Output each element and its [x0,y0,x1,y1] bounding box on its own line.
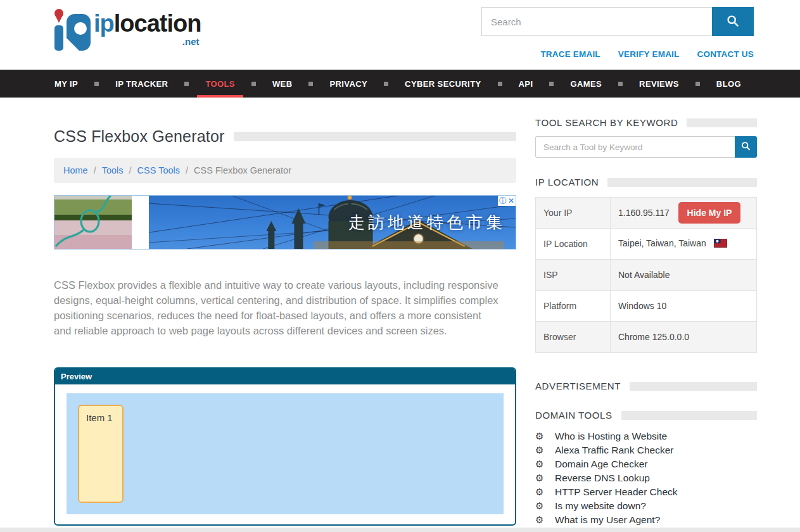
site-logo[interactable]: iplocation .net [51,6,201,70]
preview-header: Preview [55,369,515,384]
breadcrumb-separator: / [129,165,132,175]
domain-tool-link[interactable]: Alexa Traffic Rank Checker [555,445,674,456]
flex-preview-container: Item 1 [67,393,504,514]
logo-wordmark: iplocation .net [94,11,201,46]
row-label: Browser [536,322,611,353]
list-item[interactable]: ⚙ Who is Hosting a Website [535,429,757,443]
logo-location-text: location [114,10,201,37]
logo-ip-text: ip [94,10,114,37]
contact-us-link[interactable]: CONTACT US [697,49,754,59]
ad-left-image [54,196,132,249]
list-item[interactable]: ⚙ Is my website down? [535,499,757,513]
tool-search-input[interactable] [535,136,735,158]
domain-tool-link[interactable]: Reverse DNS Lookup [555,472,650,484]
row-value: Windows 10 [611,291,757,322]
intro-paragraph: CSS Flexbox provides a flexible and intu… [54,277,501,338]
row-value: Taipei, Taiwan, Taiwan [611,229,757,260]
nav-separator [695,82,700,86]
ad-close-icon[interactable]: ✕ [508,196,514,206]
domain-tool-link[interactable]: What is my User Agent? [555,514,660,526]
domain-tool-link[interactable]: Is my website down? [555,500,646,512]
ad-main-image: 走訪地道特色市集 ⓘ ✕ [149,196,516,249]
heading-decoration [630,382,757,391]
heading-decoration [234,132,516,141]
nav-separator [94,82,99,86]
ad-choices: ⓘ ✕ [498,196,516,206]
list-item[interactable]: ⚙ What is my User Agent? [535,513,757,527]
list-item[interactable]: ⚙ Alexa Traffic Rank Checker [535,443,757,457]
nav-separator [251,82,256,86]
list-item[interactable]: ⚙ Reverse DNS Lookup [535,471,757,485]
breadcrumb-separator: / [186,165,188,175]
domain-tool-link[interactable]: Who is Hosting a Website [555,431,667,442]
hide-my-ip-button[interactable]: Hide My IP [678,202,741,224]
row-label: ISP [536,260,611,291]
nav-item-api[interactable]: API [511,70,542,98]
breadcrumb-home[interactable]: Home [63,165,88,175]
breadcrumb-css-tools[interactable]: CSS Tools [137,165,180,175]
advertisement-heading-text: ADVERTISEMENT [535,381,621,391]
breadcrumb-tools[interactable]: Tools [102,165,124,175]
list-item[interactable]: ⚙ Domain Age Checker [535,457,757,471]
gear-icon: ⚙ [535,445,555,456]
nav-separator [618,82,623,86]
ip-location-value: Taipei, Taiwan, Taiwan [618,238,706,248]
tool-search-button[interactable] [735,136,757,158]
breadcrumb: Home / Tools / CSS Tools / CSS Flexbox G… [54,158,516,183]
search-icon [741,141,751,153]
advertisement-heading: ADVERTISEMENT [535,381,757,391]
content-column: CSS Flexbox Generator Home / Tools / CSS… [54,98,516,527]
nav-separator [184,82,189,86]
nav-item-ip-tracker[interactable]: IP TRACKER [107,70,176,98]
flexbox-preview-card: Preview Item 1 [54,367,516,526]
tool-search [535,136,757,158]
table-row: Your IP 1.160.95.117 Hide My IP [536,198,757,229]
nav-item-privacy[interactable]: PRIVACY [321,70,376,98]
header-links: TRACE EMAIL VERIFY EMAIL CONTACT US [481,49,754,59]
row-value: Chrome 125.0.0.0 [611,322,757,353]
domain-tool-link[interactable]: HTTP Server Header Check [555,486,678,498]
gear-icon: ⚙ [535,500,555,512]
tool-search-heading-text: TOOL SEARCH BY KEYWORD [535,117,678,128]
gear-icon: ⚙ [535,459,555,470]
taiwan-flag-icon [714,239,727,250]
domain-tools-heading-text: DOMAIN TOOLS [535,410,613,421]
heading-decoration [687,118,757,127]
logo-tld-text: .net [94,37,201,46]
ip-location-heading-text: IP LOCATION [535,177,599,187]
trace-email-link[interactable]: TRACE EMAIL [540,49,600,59]
row-label: Platform [536,291,611,322]
row-value: 1.160.95.117 Hide My IP [611,198,757,229]
nav-separator [384,82,388,86]
list-item[interactable]: ⚙ HTTP Server Header Check [535,485,757,499]
domain-tool-link[interactable]: Domain Age Checker [555,459,647,470]
nav-separator [308,82,313,86]
verify-email-link[interactable]: VERIFY EMAIL [618,49,680,59]
site-search-input[interactable] [481,7,712,36]
logo-mark-icon [51,6,91,56]
row-label: Your IP [536,198,611,229]
nav-separator [498,82,502,86]
nav-item-blog[interactable]: BLOG [708,70,749,98]
your-ip-value: 1.160.95.117 [618,208,670,218]
ad-info-icon[interactable]: ⓘ [499,196,507,206]
page-title: CSS Flexbox Generator [54,127,225,146]
nav-item-tools[interactable]: TOOLS [197,70,243,98]
gear-icon: ⚙ [535,472,555,484]
main-area: CSS Flexbox Generator Home / Tools / CSS… [0,98,800,527]
table-row: ISP Not Available [536,260,757,291]
ad-banner[interactable]: 走訪地道特色市集 ⓘ ✕ [54,195,516,250]
nav-item-my-ip[interactable]: MY IP [46,70,86,98]
row-value: Not Available [611,260,757,291]
nav-item-web[interactable]: WEB [264,70,301,98]
domain-tools-list: ⚙ Who is Hosting a Website ⚙ Alexa Traff… [535,429,757,527]
main-navbar: MY IP IP TRACKER TOOLS WEB PRIVACY CYBER… [0,70,800,98]
nav-separator [549,82,554,86]
site-search [481,7,754,36]
nav-item-cybersecurity[interactable]: CYBER SECURITY [397,70,489,98]
ip-location-table: Your IP 1.160.95.117 Hide My IP IP Locat… [535,197,757,353]
nav-item-reviews[interactable]: REVIEWS [631,70,687,98]
table-row: IP Location Taipei, Taiwan, Taiwan [536,229,757,260]
site-search-button[interactable] [712,7,754,36]
nav-item-games[interactable]: GAMES [562,70,610,98]
